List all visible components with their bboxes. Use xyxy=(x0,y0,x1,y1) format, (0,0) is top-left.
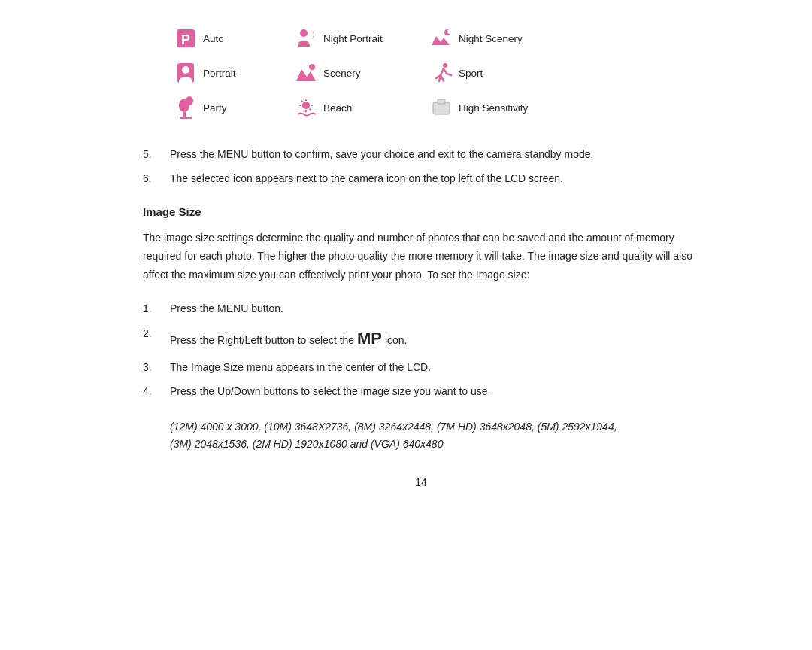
section-heading: Image Size xyxy=(143,205,699,218)
image-size-section: Image Size The image size settings deter… xyxy=(143,205,699,454)
icon-item-night-portrait: Night Portrait xyxy=(293,23,429,54)
svg-rect-11 xyxy=(180,117,192,119)
list-item-6: 6. The selected icon appears next to the… xyxy=(143,170,699,187)
beach-label: Beach xyxy=(323,102,352,114)
night-portrait-icon xyxy=(293,26,319,51)
italic-line-2: (3M) 2048x1536, (2M HD) 1920x1080 and (V… xyxy=(170,436,699,454)
sport-label: Sport xyxy=(459,68,483,79)
svg-rect-10 xyxy=(183,112,186,117)
step-4: 4. Press the Up/Down buttons to select t… xyxy=(143,383,699,399)
steps-5-6: 5. Press the MENU button to confirm, sav… xyxy=(143,146,699,187)
italic-line-1: (12M) 4000 x 3000, (10M) 3648X2736, (8M)… xyxy=(170,418,699,436)
svg-line-19 xyxy=(309,108,311,110)
beach-icon xyxy=(293,95,319,120)
icon-item-beach: Beach xyxy=(293,92,429,123)
svg-point-8 xyxy=(443,63,447,68)
scenery-icon xyxy=(293,60,319,86)
icon-item-auto: P Auto xyxy=(173,23,293,54)
svg-point-4 xyxy=(447,29,452,34)
svg-point-7 xyxy=(309,64,315,70)
icon-item-night-scenery: Night Scenery xyxy=(429,23,579,54)
body-paragraph: The image size settings determine the qu… xyxy=(143,229,699,284)
sport-icon xyxy=(429,60,454,86)
step-3: 3. The Image Size menu appears in the ce… xyxy=(143,359,699,375)
step-2: 2. Press the Right/Left button to select… xyxy=(143,325,699,351)
step-1: 1. Press the MENU button. xyxy=(143,300,699,317)
page-container: P Auto Night Portrait xyxy=(98,0,714,650)
icon-item-scenery: Scenery xyxy=(293,57,429,89)
svg-text:P: P xyxy=(181,32,190,47)
icon-item-sport: Sport xyxy=(429,57,579,89)
auto-label: Auto xyxy=(203,33,224,44)
scenery-label: Scenery xyxy=(323,68,361,79)
night-portrait-label: Night Portrait xyxy=(323,33,383,44)
high-sensitivity-label: High Sensitivity xyxy=(459,102,528,114)
svg-point-6 xyxy=(182,66,189,74)
party-label: Party xyxy=(203,102,227,114)
icon-item-party: Party xyxy=(173,92,293,123)
svg-point-2 xyxy=(300,29,308,37)
icon-item-portrait: Portrait xyxy=(173,57,293,89)
image-size-steps: 1. Press the MENU button. 2. Press the R… xyxy=(143,300,699,399)
icon-item-high-sensitivity: High Sensitivity xyxy=(429,92,579,123)
icon-grid: P Auto Night Portrait xyxy=(173,23,699,123)
mp-icon-label: MP xyxy=(357,329,382,348)
high-sensitivity-icon xyxy=(429,95,454,120)
svg-point-12 xyxy=(186,96,193,105)
night-scenery-icon xyxy=(429,26,454,51)
page-number: 14 xyxy=(143,476,699,488)
list-item-5: 5. Press the MENU button to confirm, sav… xyxy=(143,146,699,162)
svg-rect-21 xyxy=(438,99,445,104)
portrait-label: Portrait xyxy=(203,68,236,79)
resolution-info: (12M) 4000 x 3000, (10M) 3648X2736, (8M)… xyxy=(170,418,699,454)
svg-point-13 xyxy=(302,102,310,109)
svg-line-18 xyxy=(301,101,303,102)
auto-icon: P xyxy=(173,26,198,51)
night-scenery-label: Night Scenery xyxy=(459,33,523,44)
portrait-icon xyxy=(173,60,198,86)
party-icon xyxy=(173,95,198,120)
